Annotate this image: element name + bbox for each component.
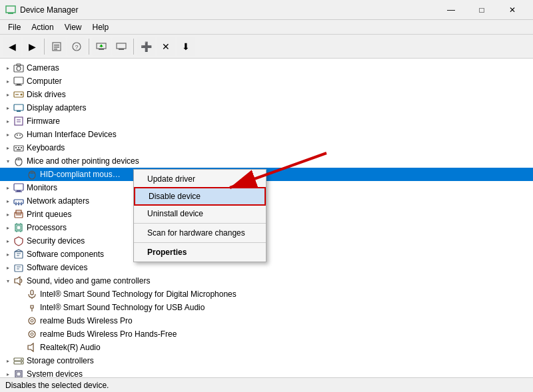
tree-expander-realme-buds [16,315,27,326]
tree-expander-computer[interactable]: ▸ [3,76,13,87]
menu-action[interactable]: Action [26,21,59,33]
svg-marker-68 [15,277,20,285]
tree-item-realme-hf[interactable]: realme Buds Wireless Pro Hands-Free [0,327,533,341]
tree-expander-storagecontrollers[interactable]: ▸ [3,355,13,366]
svg-rect-69 [31,290,33,295]
svg-rect-13 [119,49,124,50]
svg-rect-17 [14,77,23,84]
device-tree[interactable]: ▸Cameras▸Computer▸Disk drives▸Display ad… [0,59,533,377]
tree-item-securitydevices[interactable]: ▸Security devices [0,234,533,248]
tree-label-soundvideo: Sound, video and game controllers [27,276,150,286]
toolbar-remove[interactable]: ✕ [157,37,175,56]
tree-item-realtek[interactable]: Realtek(R) Audio [0,341,533,354]
tree-expander-systemdevices[interactable]: ▸ [3,369,13,377]
context-menu-item-properties[interactable]: Properties [134,244,266,260]
svg-point-75 [29,331,35,337]
tree-item-systemdevices[interactable]: ▸System devices [0,367,533,377]
toolbar: ◀ ▶ ? ➕ ✕ ⬇ [0,35,533,59]
toolbar-add[interactable]: ➕ [137,37,155,56]
svg-point-30 [19,134,21,136]
toolbar-help[interactable]: ? [67,37,86,56]
context-menu-item-scan-changes[interactable]: Scan for hardware changes [134,225,266,241]
tree-item-hid-mouse[interactable]: HID-compliant mous… [0,168,533,181]
tree-item-displayadapters[interactable]: ▸Display adapters [0,101,533,114]
tree-expander-softwarecomponents[interactable]: ▸ [3,249,13,260]
tree-item-storagecontrollers[interactable]: ▸Storage controllers [0,354,533,367]
toolbar-back[interactable]: ◀ [3,37,21,56]
tree-expander-firmware[interactable]: ▸ [3,116,13,126]
tree-label-intel-mic: Intel® Smart Sound Technology for Digita… [40,290,237,299]
tree-expander-cameras[interactable]: ▸ [3,63,13,73]
context-menu-item-uninstall-device[interactable]: Uninstall device [134,206,266,222]
device-icon-mice [13,156,24,166]
toolbar-install[interactable]: ⬇ [177,37,195,56]
device-icon-intel-usb [27,302,37,313]
svg-marker-71 [31,305,33,308]
menu-help[interactable]: Help [87,21,115,33]
menu-view[interactable]: View [59,21,87,33]
device-icon-keyboards [13,142,24,153]
svg-point-49 [15,204,17,206]
tree-expander-monitors[interactable]: ▸ [3,182,13,193]
context-menu-item-disable-device[interactable]: Disable device [134,187,266,206]
device-icon-storagecontrollers [13,355,24,366]
svg-rect-83 [17,372,21,376]
tree-expander-soundvideo[interactable]: ▾ [3,276,13,286]
svg-point-74 [31,319,33,322]
svg-rect-32 [15,147,17,148]
tree-item-printqueues[interactable]: ▸Print queues [0,208,533,221]
menu-file[interactable]: File [3,21,26,33]
tree-label-systemdevices: System devices [27,369,83,377]
tree-item-hid[interactable]: ▸Human Interface Devices [0,128,533,141]
tree-item-networkadapters[interactable]: ▸Network adapters [0,194,533,208]
tree-item-keyboards[interactable]: ▸Keyboards [0,141,533,154]
tree-label-mice: Mice and other pointing devices [27,156,139,166]
tree-item-intel-usb[interactable]: Intel® Smart Sound Technology for USB Au… [0,301,533,314]
tree-expander-softwaredevices[interactable]: ▸ [3,262,13,273]
close-button[interactable]: ✕ [497,0,528,20]
minimize-button[interactable]: — [436,0,466,20]
svg-point-15 [17,67,21,71]
tree-expander-networkadapters[interactable]: ▸ [3,196,13,206]
tree-item-soundvideo[interactable]: ▾Sound, video and game controllers [0,274,533,288]
tree-expander-mice[interactable]: ▾ [3,156,13,166]
tree-item-cameras[interactable]: ▸Cameras [0,61,533,75]
tree-item-softwarecomponents[interactable]: ▸Software components [0,248,533,261]
context-menu-item-update-driver[interactable]: Update driver [134,171,266,187]
svg-rect-34 [21,147,22,148]
tree-item-intel-mic[interactable]: Intel® Smart Sound Technology for Digita… [0,288,533,301]
maximize-button[interactable]: □ [466,0,497,20]
tree-item-mice[interactable]: ▾Mice and other pointing devices [0,154,533,168]
status-bar: Disables the selected device. [0,377,533,392]
tree-item-softwaredevices[interactable]: ▸Software devices [0,261,533,274]
tree-expander-keyboards[interactable]: ▸ [3,142,13,153]
tree-label-softwaredevices: Software devices [27,263,87,272]
toolbar-forward[interactable]: ▶ [23,37,41,56]
tree-item-realme-buds[interactable]: realme Buds Wireless Pro [0,314,533,327]
svg-rect-4 [54,47,59,48]
tree-item-diskdrives[interactable]: ▸Disk drives [0,88,533,101]
tree-expander-securitydevices[interactable]: ▸ [3,236,13,246]
toolbar-scan[interactable] [112,37,131,56]
toolbar-properties[interactable] [47,37,66,56]
tree-expander-displayadapters[interactable]: ▸ [3,102,13,113]
device-icon-displayadapters [13,102,24,113]
svg-rect-61 [15,252,23,258]
tree-item-computer[interactable]: ▸Computer [0,75,533,88]
toolbar-update[interactable] [92,37,111,56]
device-icon-printqueues [13,209,24,220]
toolbar-sep-1 [44,39,45,55]
tree-item-firmware[interactable]: ▸Firmware [0,114,533,128]
tree-label-storagecontrollers: Storage controllers [27,356,94,365]
tree-expander-processors[interactable]: ▸ [3,222,13,233]
tree-item-monitors[interactable]: ▸Monitors [0,181,533,194]
tree-expander-printqueues[interactable]: ▸ [3,209,13,220]
tree-item-processors[interactable]: ▸Processors [0,221,533,234]
svg-point-81 [21,362,22,363]
tree-expander-hid[interactable]: ▸ [3,129,13,140]
tree-label-hid: Human Interface Devices [27,130,117,139]
context-menu-sep-uninstall-device [134,223,266,224]
svg-point-51 [21,204,22,206]
svg-rect-65 [15,265,23,272]
tree-expander-diskdrives[interactable]: ▸ [3,89,13,100]
